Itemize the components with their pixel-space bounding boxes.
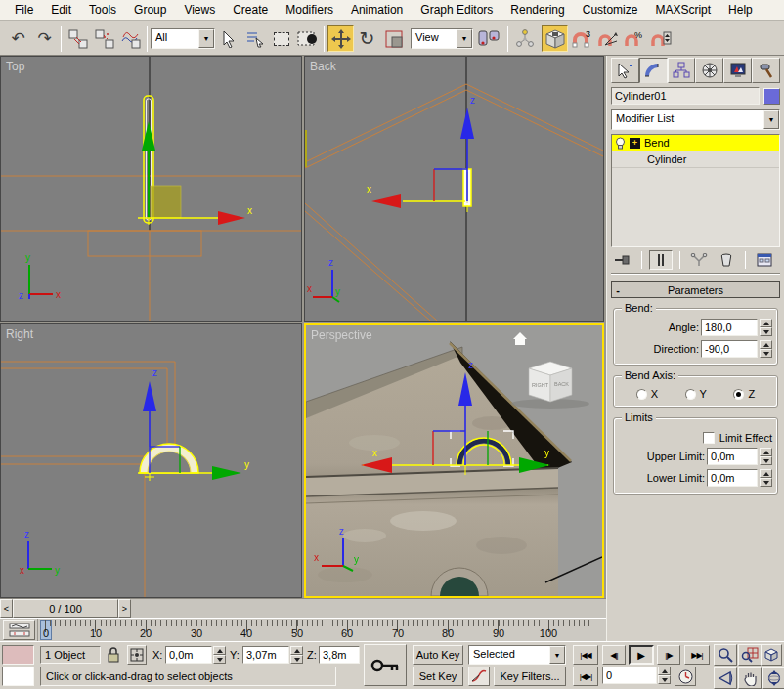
undo-button[interactable]: ↶ (5, 25, 31, 52)
menu-modifiers[interactable]: Modifiers (277, 1, 342, 19)
viewport-back-label[interactable]: Back (310, 60, 336, 73)
show-end-result-button[interactable] (649, 250, 673, 270)
selection-lock-toggle[interactable] (106, 645, 121, 667)
reference-coordinate-dropdown[interactable]: View ▼ (411, 28, 473, 49)
current-frame-field[interactable] (602, 667, 657, 684)
modifier-list-dropdown[interactable]: Modifier List ▼ (611, 109, 780, 130)
menu-customize[interactable]: Customize (574, 1, 647, 19)
y-coord-spinner[interactable] (290, 646, 303, 664)
set-keys-button[interactable] (364, 644, 407, 686)
angle-field[interactable] (701, 319, 758, 336)
angle-spinner[interactable] (760, 319, 772, 336)
next-frame-button[interactable]: ||▶ (657, 645, 680, 665)
go-to-end-button[interactable]: ▶▶| (684, 645, 710, 665)
lower-limit-spinner[interactable] (760, 469, 772, 487)
tab-display[interactable] (723, 58, 752, 83)
viewport-top-label[interactable]: Top (6, 60, 24, 73)
viewport-back[interactable]: Back z (304, 56, 604, 322)
select-by-name-button[interactable] (241, 25, 268, 52)
menu-group[interactable]: Group (125, 1, 175, 19)
zoom-button[interactable] (714, 644, 737, 666)
time-slider-prev-button[interactable]: < (0, 599, 13, 618)
bend-axis-z-radio[interactable]: Z (733, 388, 755, 400)
viewport-top[interactable]: Top (0, 56, 302, 322)
window-crossing-button[interactable] (294, 25, 321, 52)
angle-snap-button[interactable] (594, 25, 621, 52)
make-unique-button[interactable] (687, 250, 711, 270)
upper-limit-field[interactable] (707, 448, 758, 465)
frame-spinner[interactable] (658, 667, 671, 684)
parameters-rollout-header[interactable]: - Parameters (611, 281, 780, 298)
unlink-selection-button[interactable] (91, 25, 117, 52)
default-tangents-button[interactable] (468, 667, 490, 686)
rectangular-selection-region-button[interactable] (268, 25, 294, 52)
gizmo-plane-handle[interactable] (434, 169, 467, 212)
configure-modifier-sets-button[interactable] (753, 250, 776, 270)
viewcube-right-face[interactable]: RIGHT (532, 382, 549, 388)
maxscript-mini-listener-white[interactable] (2, 667, 34, 686)
y-coord-field[interactable] (242, 646, 289, 664)
lightbulb-icon[interactable] (615, 137, 626, 150)
menu-maxscript[interactable]: MAXScript (646, 1, 719, 19)
object-name-field[interactable] (611, 87, 760, 105)
redo-button[interactable]: ↷ (31, 25, 58, 52)
gizmo-xy-plane[interactable] (151, 186, 181, 218)
play-button[interactable]: ▶ (629, 645, 654, 665)
open-mini-curve-editor-button[interactable] (3, 620, 35, 640)
upper-limit-spinner[interactable] (760, 448, 772, 465)
track-bar[interactable]: 0 10 20 30 40 50 60 70 80 90 100 (0, 618, 606, 641)
absolute-mode-toggle[interactable] (127, 645, 147, 665)
select-and-manipulate-button[interactable] (511, 25, 538, 52)
tab-create[interactable] (611, 58, 639, 83)
track-bar-ruler[interactable]: 0 10 20 30 40 50 60 70 80 90 100 (37, 619, 602, 642)
gizmo-x-arrow[interactable] (371, 194, 465, 208)
viewport-right[interactable]: Right y (0, 323, 302, 598)
lower-limit-field[interactable] (707, 469, 758, 487)
percent-snap-button[interactable]: % (621, 25, 647, 52)
select-and-rotate-button[interactable]: ↻ (354, 25, 380, 52)
tab-hierarchy[interactable] (668, 58, 696, 83)
tab-motion[interactable] (695, 58, 723, 83)
bind-to-spacewarp-button[interactable] (117, 25, 144, 52)
tab-utilities[interactable] (752, 58, 780, 83)
select-and-move-button[interactable] (327, 25, 354, 52)
x-coord-field[interactable] (165, 646, 212, 664)
tab-modify[interactable] (639, 58, 668, 83)
viewport-perspective[interactable]: Perspective (304, 323, 604, 598)
pan-button[interactable] (738, 667, 762, 689)
previous-frame-button[interactable]: ◀|| (602, 645, 626, 665)
z-coord-field[interactable] (319, 646, 360, 664)
auto-key-button[interactable]: Auto Key (413, 645, 463, 665)
bend-axis-y-radio[interactable]: Y (685, 388, 707, 400)
direction-spinner[interactable] (760, 340, 772, 358)
menu-views[interactable]: Views (175, 1, 224, 19)
direction-field[interactable] (701, 340, 758, 358)
time-slider-next-button[interactable]: > (118, 599, 131, 618)
x-coord-spinner[interactable] (213, 646, 226, 664)
gizmo-z-arrow[interactable] (143, 381, 156, 447)
selection-filter-dropdown[interactable]: All ▼ (151, 28, 215, 49)
select-and-scale-button[interactable] (380, 25, 407, 52)
zoom-extents-button[interactable] (761, 644, 782, 666)
expand-plus-icon[interactable]: + (630, 138, 640, 149)
menu-create[interactable]: Create (224, 1, 277, 19)
menu-help[interactable]: Help (719, 1, 762, 19)
use-pivot-point-center-button[interactable] (473, 25, 504, 52)
field-of-view-button[interactable] (714, 667, 737, 689)
maxscript-mini-listener-pink[interactable] (2, 645, 34, 665)
key-mode-toggle-button[interactable]: |◀▶| (573, 667, 598, 686)
viewport-right-label[interactable]: Right (6, 327, 33, 341)
limit-effect-checkbox[interactable]: Limit Effect (703, 432, 772, 444)
time-slider-handle[interactable]: 0 / 100 (13, 599, 118, 618)
menu-animation[interactable]: Animation (342, 1, 412, 19)
menu-rendering[interactable]: Rendering (501, 1, 573, 19)
menu-tools[interactable]: Tools (80, 1, 125, 19)
snaps-toggle-button[interactable] (542, 25, 568, 52)
menu-graph-editors[interactable]: Graph Editors (412, 1, 501, 19)
arc-rotate-button[interactable] (762, 667, 784, 689)
gizmo-z-arrow[interactable] (460, 108, 474, 201)
time-configuration-button[interactable] (675, 667, 696, 686)
viewport-perspective-label[interactable]: Perspective (311, 328, 372, 342)
key-filter-mode-dropdown[interactable]: Selected ▼ (468, 645, 566, 665)
pin-stack-button[interactable] (611, 250, 634, 270)
